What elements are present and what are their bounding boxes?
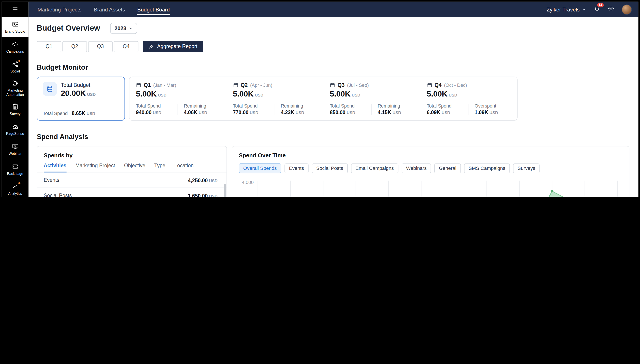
calendar-icon [136, 82, 141, 88]
sidebar-item-marketing-automation[interactable]: Marketing Automation [2, 77, 29, 100]
budget-monitor-heading: Budget Monitor [37, 64, 629, 72]
chart-filter-events[interactable]: Events [284, 164, 308, 173]
calendar-icon [427, 82, 432, 88]
settings-button[interactable] [608, 5, 614, 14]
total-budget-amount: 20.00KUSD [61, 89, 96, 98]
currency-label: USD [199, 110, 207, 115]
quarter-name: Q4 [434, 82, 442, 88]
spend-analysis-heading: Spend Analysis [37, 133, 629, 141]
stat-value: 6.09K [427, 110, 440, 116]
sidebar-item-social[interactable]: Social [2, 57, 29, 77]
quarter-summary-q1[interactable]: Q1(Jan - Mar)5.00KUSDTotal Spend940.00US… [129, 82, 226, 116]
survey-icon [12, 103, 19, 110]
stat-value: 4.15K [378, 110, 391, 116]
person-icon [149, 44, 154, 49]
aggregate-report-button[interactable]: Aggregate Report [143, 41, 203, 52]
total-spend-value: 8.65KUSD [72, 110, 95, 116]
database-icon [46, 85, 53, 92]
quarter-range: (Apr - Jun) [250, 83, 272, 88]
marketing-automation-icon [12, 80, 19, 87]
quarter-budget-amount: 5.00KUSD [330, 90, 414, 99]
currency-label: USD [209, 194, 217, 197]
quarter-filter-q2[interactable]: Q2 [62, 41, 87, 52]
user-avatar[interactable] [622, 4, 632, 14]
stat-value: 4.23K [281, 110, 294, 116]
quarter-budget-amount: 5.00KUSD [136, 90, 220, 99]
sidebar-item-brand-studio[interactable]: Brand Studio [2, 17, 29, 37]
sidebar-item-webinar[interactable]: Webinar [2, 140, 29, 160]
chart-filter-social-posts[interactable]: Social Posts [312, 164, 348, 173]
quarter-range: (Jul - Sep) [347, 83, 369, 88]
quarter-filter-bar: Q1Q2Q3Q4 Aggregate Report [37, 41, 629, 52]
social-icon [12, 60, 19, 68]
quarter-filter-q3[interactable]: Q3 [88, 41, 113, 52]
quarter-remaining: Overspent1.09KUSD [475, 104, 511, 116]
svg-text:4,000: 4,000 [242, 180, 254, 185]
chart-filter-surveys[interactable]: Surveys [513, 164, 540, 173]
sidebar-item-label: Webinar [9, 152, 22, 156]
org-selector[interactable]: Zylker Travels [546, 6, 586, 12]
sidebar-item-label: Backstage [7, 172, 23, 176]
sidebar-item-analytics[interactable]: Analytics [2, 180, 29, 197]
spends-row-social-posts[interactable]: Social Posts1,650.00USD [37, 188, 226, 197]
stat-label: Remaining [281, 104, 317, 108]
spends-tab-objective[interactable]: Objective [124, 162, 145, 172]
stat-value: 1.09K [475, 110, 488, 116]
spends-by-tabs: ActivitiesMarketing ProjectObjectiveType… [37, 162, 226, 172]
topnav-tab-brand-assets[interactable]: Brand Assets [94, 2, 125, 17]
quarter-summary-q3[interactable]: Q3(Jul - Sep)5.00KUSDTotal Spend850.00US… [323, 82, 420, 116]
spends-tab-type[interactable]: Type [154, 162, 165, 172]
quarter-summary-q2[interactable]: Q2(Apr - Jun)5.00KUSDTotal Spend770.00US… [226, 82, 323, 116]
activity-label: Social Posts [44, 192, 72, 197]
sidebar-item-pagesense[interactable]: PageSense [2, 120, 29, 140]
quarter-filter-q4[interactable]: Q4 [114, 41, 138, 52]
chart-filter-overall-spends[interactable]: Overall Spends [239, 164, 281, 173]
aggregate-report-label: Aggregate Report [157, 44, 198, 49]
currency-label: USD [255, 93, 263, 98]
stat-value: 850.00 [330, 110, 345, 116]
sidebar-item-survey[interactable]: Survey [2, 100, 29, 120]
scrollbar-thumb[interactable] [224, 184, 226, 197]
spends-by-list: Events4,250.00USDSocial Posts1,650.00USD… [37, 172, 226, 197]
topnav-tab-budget-board[interactable]: Budget Board [137, 2, 170, 17]
quarter-total-spend: Total Spend6.09KUSD [427, 104, 463, 116]
sidebar-collapse-button[interactable] [2, 2, 29, 17]
currency-label: USD [250, 110, 258, 115]
quarter-budget-amount: 5.00KUSD [427, 90, 511, 99]
currency-label: USD [347, 110, 355, 115]
chart-filter-general[interactable]: General [434, 164, 461, 173]
quarter-total-spend: Total Spend770.00USD [233, 104, 269, 116]
currency-label: USD [158, 93, 167, 98]
spend-over-time-title: Spend Over Time [232, 146, 629, 162]
quarter-range: (Jan - Mar) [153, 83, 176, 88]
quarter-total-spend: Total Spend850.00USD [330, 104, 366, 116]
spend-amount: 1,650.00 [188, 193, 208, 197]
quarter-filter-q1[interactable]: Q1 [37, 41, 61, 52]
year-selector[interactable]: 2023 [110, 23, 137, 34]
stat-value: 770.00 [233, 110, 248, 116]
sidebar-item-campaigns[interactable]: Campaigns [2, 37, 29, 57]
spends-tab-location[interactable]: Location [174, 162, 193, 172]
stat-value: 940.00 [136, 110, 152, 116]
quarter-summary-q4[interactable]: Q4(Oct - Dec)5.00KUSDTotal Spend6.09KUSD… [420, 82, 517, 116]
sidebar-item-backstage[interactable]: Backstage [2, 160, 29, 180]
total-spend-label: Total Spend [43, 111, 68, 116]
quarter-name: Q2 [241, 82, 248, 88]
total-budget-card[interactable]: Total Budget 20.00KUSD Total Spend 8.65K… [37, 77, 125, 121]
divider [274, 104, 275, 115]
topnav-tab-marketing-projects[interactable]: Marketing Projects [38, 2, 81, 17]
chart-filter-webinars[interactable]: Webinars [402, 164, 431, 173]
quarters-card: Q1(Jan - Mar)5.00KUSDTotal Spend940.00US… [129, 77, 518, 121]
main-content: Budget Overview - 2023 Q1Q2Q3Q4 Aggregat… [29, 17, 638, 197]
chart-filter-sms-campaigns[interactable]: SMS Campaigns [464, 164, 510, 173]
spends-tab-activities[interactable]: Activities [44, 162, 66, 172]
notifications-button[interactable]: 12 [593, 5, 600, 14]
calendar-icon [233, 82, 238, 88]
calendar-icon [330, 82, 335, 88]
spends-by-card: Spends by ActivitiesMarketing ProjectObj… [37, 146, 227, 197]
spends-tab-marketing-project[interactable]: Marketing Project [75, 162, 115, 172]
currency-label: USD [209, 178, 217, 183]
spends-row-events[interactable]: Events4,250.00USD [37, 172, 226, 188]
chart-filter-email-campaigns[interactable]: Email Campaigns [351, 164, 398, 173]
spend-over-time-filters: Overall SpendsEventsSocial PostsEmail Ca… [232, 162, 629, 173]
